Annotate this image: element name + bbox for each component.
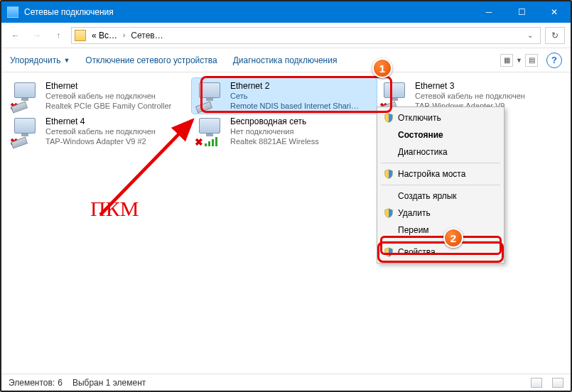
adapter-name: Ethernet 3 <box>415 81 525 92</box>
adapter-name: Ethernet 2 <box>230 81 359 92</box>
adapter-icon <box>11 81 40 111</box>
help-icon[interactable]: ? <box>546 53 562 68</box>
context-menu-label: Создать ярлык <box>398 191 457 201</box>
context-menu-separator <box>381 163 500 163</box>
breadcrumb-current[interactable]: Сетев… <box>131 31 517 40</box>
adapter-icon <box>196 116 225 146</box>
adapter-status: Сеть <box>230 92 359 102</box>
annotation-callout-2: 2 <box>443 228 463 248</box>
adapter-device: TAP-Windows Adapter V9 #2 <box>45 137 156 146</box>
adapter-item[interactable]: Беспроводная сетьНет подключенияRealtek … <box>192 114 377 149</box>
context-menu-label: Свойства <box>398 247 436 257</box>
context-menu-item[interactable]: Отключить <box>379 109 502 126</box>
context-menu-item[interactable]: Удалить <box>379 205 502 222</box>
context-menu-separator <box>381 241 500 241</box>
context-menu-item[interactable]: Состояние <box>379 126 502 143</box>
titlebar: Сетевые подключения ─ ☐ ✕ <box>1 1 571 23</box>
folder-icon <box>75 30 86 41</box>
adapter-device: Realtek 8821AE Wireless <box>230 137 319 146</box>
adapter-item[interactable]: Ethernet 4Сетевой кабель не подключенTAP… <box>7 114 192 149</box>
chevron-right-icon: › <box>123 31 125 39</box>
status-elements-label: Элементов: <box>9 378 55 388</box>
adapter-status: Сетевой кабель не подключен <box>45 92 171 102</box>
context-menu-label: Состояние <box>398 130 443 140</box>
context-menu-label: Диагностика <box>398 147 448 157</box>
context-menu-label: Отключить <box>398 113 441 123</box>
adapter-icon <box>11 116 40 146</box>
context-menu-label: Удалить <box>398 208 431 218</box>
annotation-label: ПКМ <box>90 197 139 221</box>
breadcrumb-prefix[interactable]: « Вс… <box>92 31 117 40</box>
context-menu: ОтключитьСостояниеДиагностикаНастройка м… <box>377 107 504 263</box>
close-button[interactable]: ✕ <box>538 1 571 23</box>
refresh-button[interactable]: ↻ <box>545 27 565 44</box>
shield-icon <box>384 169 394 179</box>
shield-icon <box>384 208 394 218</box>
chevron-down-icon: ▼ <box>63 57 70 64</box>
context-menu-item[interactable]: Свойства <box>379 244 502 261</box>
status-bar: Элементов: 6 Выбран 1 элемент <box>1 374 571 391</box>
adapter-list: EthernetСетевой кабель не подключенRealt… <box>1 72 571 368</box>
diagnose-button[interactable]: Диагностика подключения <box>233 55 338 65</box>
status-selection: Выбран 1 элемент <box>72 378 146 388</box>
adapter-device: Realtek PCIe GBE Family Controller <box>45 102 171 111</box>
nav-back-button[interactable]: ← <box>7 27 24 44</box>
view-details-button[interactable]: ▤ <box>525 54 538 67</box>
context-menu-item[interactable]: Создать ярлык <box>379 187 502 205</box>
organize-label: Упорядочить <box>10 55 60 65</box>
view-list-icon[interactable] <box>552 378 563 388</box>
nav-up-button[interactable]: ↑ <box>50 27 67 44</box>
context-menu-label: Настройка моста <box>398 169 465 179</box>
maximize-button[interactable]: ☐ <box>505 1 538 23</box>
nav-forward-button[interactable]: → <box>28 27 45 44</box>
context-menu-separator <box>381 185 500 185</box>
adapter-item[interactable]: EthernetСетевой кабель не подключенRealt… <box>7 78 192 114</box>
breadcrumb[interactable]: « Вс… › Сетев… ⌄ <box>71 27 541 44</box>
shield-icon <box>384 247 394 257</box>
organize-menu[interactable]: Упорядочить ▼ <box>10 55 70 65</box>
chevron-down-icon[interactable]: ▼ <box>516 57 522 64</box>
context-menu-item[interactable]: Настройка моста <box>379 165 502 183</box>
status-elements-count: 6 <box>58 378 63 388</box>
adapter-name: Ethernet <box>45 81 171 92</box>
app-icon <box>7 6 18 18</box>
context-menu-label: Переим <box>398 225 429 235</box>
disable-adapter-button[interactable]: Отключение сетевого устройства <box>85 55 217 65</box>
address-bar: ← → ↑ « Вс… › Сетев… ⌄ ↻ <box>1 23 571 48</box>
adapter-status: Сетевой кабель не подключен <box>45 127 156 137</box>
adapter-item[interactable]: Ethernet 2СетьRemote NDIS based Internet… <box>192 78 377 114</box>
view-tiles-icon[interactable] <box>531 378 542 388</box>
adapter-name: Беспроводная сеть <box>230 116 319 127</box>
adapter-status: Сетевой кабель не подключен <box>415 92 525 102</box>
minimize-button[interactable]: ─ <box>473 1 505 23</box>
context-menu-item[interactable]: Переим <box>379 222 502 239</box>
adapter-name: Ethernet 4 <box>45 116 156 127</box>
annotation-callout-1: 1 <box>372 58 392 78</box>
context-menu-item[interactable]: Диагностика <box>379 143 502 160</box>
chevron-down-icon[interactable]: ⌄ <box>523 31 537 39</box>
shield-icon <box>384 113 394 123</box>
command-bar: Упорядочить ▼ Отключение сетевого устрой… <box>1 48 571 72</box>
adapter-device: Remote NDIS based Internet Shari… <box>230 102 359 111</box>
adapter-icon <box>196 81 225 111</box>
window-title: Сетевые подключения <box>24 7 473 17</box>
adapter-status: Нет подключения <box>230 127 319 137</box>
view-icons-button[interactable]: ▦ <box>500 54 513 67</box>
